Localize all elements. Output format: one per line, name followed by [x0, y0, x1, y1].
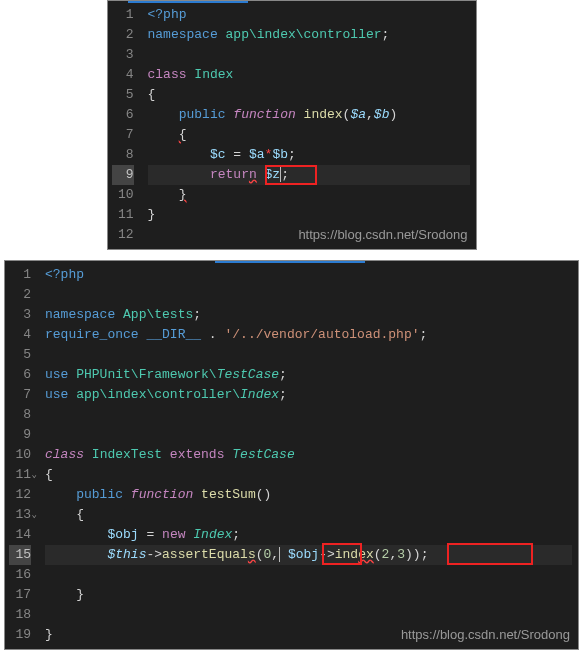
line-number: 6 [9, 365, 31, 385]
gutter-bottom: 1234567891011⌄1213⌄141516171819 [5, 261, 39, 649]
line-number: 13⌄ [9, 505, 31, 525]
code-line[interactable]: { [148, 125, 470, 145]
line-number: 5 [112, 85, 134, 105]
line-number: 11⌄ [9, 465, 31, 485]
line-number: 3 [112, 45, 134, 65]
code-line[interactable] [45, 405, 572, 425]
code-line[interactable]: class Index [148, 65, 470, 85]
line-number: 10 [9, 445, 31, 465]
code-line[interactable] [45, 425, 572, 445]
line-number: 1 [9, 265, 31, 285]
line-number: 11 [112, 205, 134, 225]
code-line[interactable]: } [148, 185, 470, 205]
line-number: 17 [9, 585, 31, 605]
code-line[interactable] [45, 605, 572, 625]
line-number: 6 [112, 105, 134, 125]
line-number: 8 [9, 405, 31, 425]
code-line[interactable]: { [148, 85, 470, 105]
code-line[interactable]: $this->assertEquals(0, $obj->index(2,3))… [45, 545, 572, 565]
code-line[interactable]: require_once __DIR__ . '/../vendor/autol… [45, 325, 572, 345]
line-number: 15 [9, 545, 31, 565]
line-number: 10 [112, 185, 134, 205]
line-number: 2 [9, 285, 31, 305]
code-line[interactable]: <?php [148, 5, 470, 25]
watermark-top: https://blog.csdn.net/Srodong [298, 225, 467, 245]
line-number: 1 [112, 5, 134, 25]
line-number: 12 [112, 225, 134, 245]
line-number: 12 [9, 485, 31, 505]
code-line[interactable]: <?php [45, 265, 572, 285]
line-number: 9 [9, 425, 31, 445]
line-number: 16 [9, 565, 31, 585]
line-number: 2 [112, 25, 134, 45]
line-number: 4 [9, 325, 31, 345]
code-line[interactable]: } [148, 205, 470, 225]
code-line[interactable]: public function index($a,$b) [148, 105, 470, 125]
line-number: 3 [9, 305, 31, 325]
code-line[interactable]: return $z; [148, 165, 470, 185]
line-number: 8 [112, 145, 134, 165]
gutter-top: 123456789101112 [108, 1, 142, 249]
code-line[interactable]: class IndexTest extends TestCase [45, 445, 572, 465]
fold-icon[interactable]: ⌄ [32, 505, 37, 525]
line-number: 7 [112, 125, 134, 145]
line-number: 4 [112, 65, 134, 85]
watermark-bottom: https://blog.csdn.net/Srodong [401, 625, 570, 645]
code-line[interactable] [45, 345, 572, 365]
line-number: 7 [9, 385, 31, 405]
line-number: 14 [9, 525, 31, 545]
code-line[interactable] [45, 285, 572, 305]
code-line[interactable] [148, 45, 470, 65]
line-number: 18 [9, 605, 31, 625]
code-line[interactable]: namespace App\tests; [45, 305, 572, 325]
code-line[interactable]: $c = $a*$b; [148, 145, 470, 165]
code-area-bottom[interactable]: https://blog.csdn.net/Srodong <?php name… [39, 261, 578, 649]
code-line[interactable]: namespace app\index\controller; [148, 25, 470, 45]
code-line[interactable]: use app\index\controller\Index; [45, 385, 572, 405]
code-line[interactable]: { [45, 505, 572, 525]
editor-pane-bottom: 1234567891011⌄1213⌄141516171819 https://… [4, 260, 579, 650]
code-line[interactable]: public function testSum() [45, 485, 572, 505]
code-area-top[interactable]: https://blog.csdn.net/Srodong <?phpnames… [142, 1, 476, 249]
code-line[interactable] [45, 565, 572, 585]
code-line[interactable]: $obj = new Index; [45, 525, 572, 545]
line-number: 19 [9, 625, 31, 645]
line-number: 5 [9, 345, 31, 365]
code-line[interactable]: { [45, 465, 572, 485]
fold-icon[interactable]: ⌄ [32, 465, 37, 485]
line-number: 9 [112, 165, 134, 185]
editor-pane-top: 123456789101112 https://blog.csdn.net/Sr… [107, 0, 477, 250]
code-line[interactable]: } [45, 585, 572, 605]
code-line[interactable]: use PHPUnit\Framework\TestCase; [45, 365, 572, 385]
